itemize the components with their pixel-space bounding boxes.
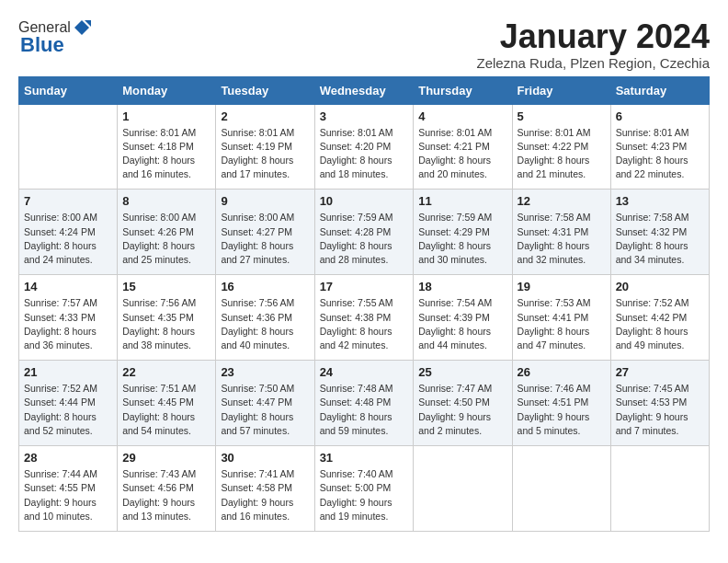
day-number: 19 — [518, 280, 606, 293]
day-info: Sunrise: 7:57 AMSunset: 4:33 PMDaylight:… — [24, 297, 97, 350]
calendar-cell: 14Sunrise: 7:57 AMSunset: 4:33 PMDayligh… — [19, 275, 118, 361]
day-number: 5 — [518, 109, 606, 123]
weekday-header: Tuesday — [216, 76, 314, 104]
calendar-cell: 16Sunrise: 7:56 AMSunset: 4:36 PMDayligh… — [216, 275, 314, 361]
calendar-cell — [512, 446, 610, 532]
day-info: Sunrise: 8:00 AMSunset: 4:27 PMDaylight:… — [221, 212, 294, 265]
day-info: Sunrise: 8:01 AMSunset: 4:21 PMDaylight:… — [418, 127, 492, 180]
title-block: January 2024 Zelezna Ruda, Plzen Region,… — [477, 18, 710, 71]
day-number: 13 — [616, 194, 704, 208]
calendar-cell: 4Sunrise: 8:01 AMSunset: 4:21 PMDaylight… — [414, 104, 512, 190]
weekday-header: Wednesday — [314, 76, 414, 104]
calendar-cell: 25Sunrise: 7:47 AMSunset: 4:50 PMDayligh… — [414, 361, 512, 446]
calendar-week-row: 14Sunrise: 7:57 AMSunset: 4:33 PMDayligh… — [19, 275, 710, 361]
logo-icon — [73, 18, 91, 37]
day-number: 8 — [122, 194, 210, 208]
calendar-cell: 9Sunrise: 8:00 AMSunset: 4:27 PMDaylight… — [216, 190, 314, 275]
calendar-cell: 22Sunrise: 7:51 AMSunset: 4:45 PMDayligh… — [118, 361, 216, 446]
weekday-header: Monday — [118, 76, 216, 104]
calendar-week-row: 7Sunrise: 8:00 AMSunset: 4:24 PMDaylight… — [19, 190, 710, 275]
day-number: 21 — [24, 365, 112, 379]
calendar-cell: 26Sunrise: 7:46 AMSunset: 4:51 PMDayligh… — [512, 361, 610, 446]
day-number: 17 — [320, 280, 409, 293]
calendar-cell: 18Sunrise: 7:54 AMSunset: 4:39 PMDayligh… — [414, 275, 512, 361]
weekday-header: Sunday — [19, 76, 118, 104]
day-number: 20 — [616, 280, 704, 293]
calendar-cell: 23Sunrise: 7:50 AMSunset: 4:47 PMDayligh… — [216, 361, 314, 446]
day-number: 1 — [122, 109, 210, 123]
day-info: Sunrise: 7:47 AMSunset: 4:50 PMDaylight:… — [418, 383, 492, 436]
day-number: 25 — [418, 365, 506, 379]
calendar-cell: 31Sunrise: 7:40 AMSunset: 5:00 PMDayligh… — [314, 446, 414, 532]
day-number: 2 — [221, 109, 309, 123]
logo: General Blue — [18, 18, 91, 57]
day-info: Sunrise: 7:58 AMSunset: 4:32 PMDaylight:… — [616, 212, 689, 265]
day-info: Sunrise: 7:44 AMSunset: 4:55 PMDaylight:… — [24, 468, 97, 522]
day-number: 27 — [616, 365, 704, 379]
day-number: 11 — [418, 194, 506, 208]
weekday-header: Thursday — [414, 76, 512, 104]
calendar-week-row: 21Sunrise: 7:52 AMSunset: 4:44 PMDayligh… — [19, 361, 710, 446]
day-info: Sunrise: 7:50 AMSunset: 4:47 PMDaylight:… — [221, 383, 294, 436]
day-number: 30 — [221, 451, 309, 465]
calendar-cell: 6Sunrise: 8:01 AMSunset: 4:23 PMDaylight… — [610, 104, 709, 190]
day-info: Sunrise: 7:56 AMSunset: 4:35 PMDaylight:… — [122, 297, 196, 350]
calendar-cell: 15Sunrise: 7:56 AMSunset: 4:35 PMDayligh… — [118, 275, 216, 361]
calendar-cell: 11Sunrise: 7:59 AMSunset: 4:29 PMDayligh… — [414, 190, 512, 275]
day-number: 7 — [24, 194, 112, 208]
calendar-cell: 8Sunrise: 8:00 AMSunset: 4:26 PMDaylight… — [118, 190, 216, 275]
page-header: General Blue January 2024 Zelezna Ruda, … — [18, 18, 710, 71]
calendar-cell: 20Sunrise: 7:52 AMSunset: 4:42 PMDayligh… — [610, 275, 709, 361]
day-info: Sunrise: 7:55 AMSunset: 4:38 PMDaylight:… — [320, 297, 393, 350]
day-number: 31 — [320, 451, 409, 465]
month-title: January 2024 — [477, 18, 710, 55]
calendar-cell: 13Sunrise: 7:58 AMSunset: 4:32 PMDayligh… — [610, 190, 709, 275]
weekday-header-row: SundayMondayTuesdayWednesdayThursdayFrid… — [19, 76, 710, 104]
day-number: 3 — [320, 109, 409, 123]
day-number: 9 — [221, 194, 309, 208]
day-info: Sunrise: 7:59 AMSunset: 4:29 PMDaylight:… — [418, 212, 492, 265]
weekday-header: Saturday — [610, 76, 709, 104]
calendar-cell: 17Sunrise: 7:55 AMSunset: 4:38 PMDayligh… — [314, 275, 414, 361]
day-number: 16 — [221, 280, 309, 293]
day-info: Sunrise: 7:41 AMSunset: 4:58 PMDaylight:… — [221, 468, 294, 522]
calendar-cell — [19, 104, 118, 190]
day-info: Sunrise: 7:53 AMSunset: 4:41 PMDaylight:… — [518, 297, 591, 350]
location-subtitle: Zelezna Ruda, Plzen Region, Czechia — [477, 55, 710, 71]
calendar-week-row: 28Sunrise: 7:44 AMSunset: 4:55 PMDayligh… — [19, 446, 710, 532]
day-info: Sunrise: 8:01 AMSunset: 4:18 PMDaylight:… — [122, 127, 196, 180]
calendar-cell — [414, 446, 512, 532]
day-number: 6 — [616, 109, 704, 123]
calendar-cell: 19Sunrise: 7:53 AMSunset: 4:41 PMDayligh… — [512, 275, 610, 361]
day-info: Sunrise: 8:01 AMSunset: 4:22 PMDaylight:… — [518, 127, 591, 180]
day-info: Sunrise: 7:51 AMSunset: 4:45 PMDaylight:… — [122, 383, 196, 436]
day-number: 28 — [24, 451, 112, 465]
calendar-cell: 29Sunrise: 7:43 AMSunset: 4:56 PMDayligh… — [118, 446, 216, 532]
calendar-cell: 21Sunrise: 7:52 AMSunset: 4:44 PMDayligh… — [19, 361, 118, 446]
day-info: Sunrise: 7:46 AMSunset: 4:51 PMDaylight:… — [518, 383, 591, 436]
day-number: 26 — [518, 365, 606, 379]
day-info: Sunrise: 8:01 AMSunset: 4:23 PMDaylight:… — [616, 127, 689, 180]
calendar-cell: 1Sunrise: 8:01 AMSunset: 4:18 PMDaylight… — [118, 104, 216, 190]
calendar-cell: 24Sunrise: 7:48 AMSunset: 4:48 PMDayligh… — [314, 361, 414, 446]
day-info: Sunrise: 8:01 AMSunset: 4:20 PMDaylight:… — [320, 127, 393, 180]
day-info: Sunrise: 7:52 AMSunset: 4:42 PMDaylight:… — [616, 297, 689, 350]
day-number: 18 — [418, 280, 506, 293]
day-info: Sunrise: 7:59 AMSunset: 4:28 PMDaylight:… — [320, 212, 393, 265]
day-number: 23 — [221, 365, 309, 379]
day-number: 12 — [518, 194, 606, 208]
day-info: Sunrise: 7:56 AMSunset: 4:36 PMDaylight:… — [221, 297, 294, 350]
calendar-cell: 27Sunrise: 7:45 AMSunset: 4:53 PMDayligh… — [610, 361, 709, 446]
day-info: Sunrise: 7:52 AMSunset: 4:44 PMDaylight:… — [24, 383, 97, 436]
calendar-table: SundayMondayTuesdayWednesdayThursdayFrid… — [18, 76, 710, 532]
day-info: Sunrise: 7:43 AMSunset: 4:56 PMDaylight:… — [122, 468, 196, 522]
calendar-cell: 5Sunrise: 8:01 AMSunset: 4:22 PMDaylight… — [512, 104, 610, 190]
day-info: Sunrise: 8:00 AMSunset: 4:26 PMDaylight:… — [122, 212, 196, 265]
calendar-cell: 12Sunrise: 7:58 AMSunset: 4:31 PMDayligh… — [512, 190, 610, 275]
day-number: 4 — [418, 109, 506, 123]
calendar-cell: 10Sunrise: 7:59 AMSunset: 4:28 PMDayligh… — [314, 190, 414, 275]
calendar-cell: 7Sunrise: 8:00 AMSunset: 4:24 PMDaylight… — [19, 190, 118, 275]
day-info: Sunrise: 7:58 AMSunset: 4:31 PMDaylight:… — [518, 212, 591, 265]
day-info: Sunrise: 7:54 AMSunset: 4:39 PMDaylight:… — [418, 297, 492, 350]
day-info: Sunrise: 7:40 AMSunset: 5:00 PMDaylight:… — [320, 468, 393, 522]
